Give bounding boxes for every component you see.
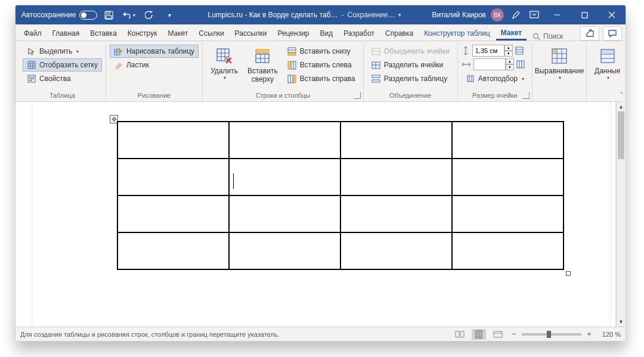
- row-height-input[interactable]: ▴▾: [472, 45, 513, 57]
- print-layout-icon[interactable]: [472, 329, 486, 340]
- zoom-value[interactable]: 120 %: [597, 331, 621, 338]
- tab-review[interactable]: Рецензир: [273, 26, 314, 41]
- redo-icon[interactable]: [140, 6, 158, 24]
- collapse-ribbon-icon[interactable]: ˄: [620, 91, 623, 98]
- properties-icon: [27, 74, 36, 83]
- view-gridlines-button[interactable]: Отобразить сетку: [23, 58, 102, 72]
- grid-icon: [27, 60, 36, 70]
- undo-icon[interactable]: ▾: [120, 6, 138, 24]
- autofit-button[interactable]: Автоподбор▾: [462, 72, 528, 85]
- dialog-launcher-icon[interactable]: [522, 92, 530, 99]
- alignment-icon: [550, 46, 569, 66]
- quick-access-more-icon[interactable]: ▾: [160, 6, 178, 24]
- properties-button[interactable]: Свойства: [23, 72, 102, 85]
- svg-rect-16: [29, 80, 32, 81]
- tab-table-design[interactable]: Конструктор таблиц: [419, 26, 495, 41]
- search-input[interactable]: Поиск: [528, 32, 568, 41]
- insert-right-button[interactable]: Вставить справа: [283, 72, 360, 85]
- tab-insert[interactable]: Вставка: [85, 26, 122, 41]
- group-rows-cols: Удалить ▾ Вставить сверху Вставить снизу…: [203, 44, 364, 101]
- spin-down-icon[interactable]: ▾: [504, 51, 513, 57]
- dialog-launcher-icon[interactable]: [354, 92, 361, 99]
- ribbon-display-icon[interactable]: [525, 6, 543, 24]
- zoom-in-button[interactable]: +: [585, 330, 593, 339]
- svg-rect-15: [29, 78, 34, 79]
- group-label: Объединение: [389, 91, 431, 101]
- svg-rect-72: [494, 331, 502, 337]
- select-button[interactable]: Выделить▾: [23, 45, 102, 58]
- table-resize-handle[interactable]: [566, 271, 571, 276]
- title-bar: Автосохранение ▾ ▾ Lumpics.ru - Как в Во…: [16, 5, 626, 24]
- draw-table-button[interactable]: Нарисовать таблицу: [110, 45, 199, 58]
- split-cells-icon: [371, 60, 381, 70]
- read-mode-icon[interactable]: [453, 329, 467, 340]
- tab-layout[interactable]: Макет: [163, 26, 193, 41]
- tab-design[interactable]: Конструк: [123, 26, 162, 41]
- row-height-icon: [462, 46, 470, 55]
- split-table-button[interactable]: Разделить таблицу: [367, 72, 454, 85]
- data-icon: [598, 46, 617, 66]
- spin-up-icon[interactable]: ▴: [504, 45, 513, 51]
- insert-below-button[interactable]: Вставить снизу: [283, 45, 360, 58]
- eraser-button[interactable]: Ластик: [110, 58, 199, 72]
- tab-mailings[interactable]: Рассылки: [230, 26, 272, 41]
- scroll-up-icon[interactable]: ▲: [617, 102, 626, 111]
- svg-rect-45: [372, 75, 380, 77]
- share-button[interactable]: [580, 26, 599, 41]
- scroll-thumb[interactable]: [618, 111, 624, 159]
- document-area: ✥ ▲ ▼: [16, 102, 626, 327]
- insert-above-button[interactable]: Вставить сверху: [243, 45, 282, 85]
- scroll-down-icon[interactable]: ▼: [617, 317, 626, 327]
- maximize-button[interactable]: [571, 5, 598, 24]
- save-status: Сохранение…: [348, 11, 395, 19]
- tab-developer[interactable]: Разработ: [339, 26, 379, 41]
- user-name[interactable]: Виталий Каиров: [431, 11, 487, 19]
- group-draw: Нарисовать таблицу Ластик Рисование: [106, 44, 203, 101]
- data-button[interactable]: Данные ▾: [590, 45, 624, 82]
- close-button[interactable]: [598, 5, 626, 24]
- zoom-slider[interactable]: [522, 333, 581, 336]
- autosave-toggle[interactable]: Автосохранение: [21, 11, 97, 20]
- cursor-icon: [27, 46, 36, 56]
- zoom-out-button[interactable]: −: [510, 330, 518, 339]
- tab-file[interactable]: Файл: [19, 26, 47, 41]
- alignment-button[interactable]: Выравнивание ▾: [536, 45, 583, 82]
- minimize-button[interactable]: [543, 5, 571, 24]
- split-cells-button[interactable]: Разделить ячейки: [367, 58, 454, 72]
- svg-rect-67: [602, 50, 614, 54]
- toggle-off-icon[interactable]: [79, 11, 97, 20]
- draw-mode-icon[interactable]: [507, 6, 525, 24]
- delete-button[interactable]: Удалить ▾: [206, 45, 242, 82]
- svg-rect-52: [517, 61, 524, 68]
- group-label: Рисование: [138, 91, 171, 101]
- tab-table-layout[interactable]: Макет: [496, 26, 527, 41]
- spin-up-icon[interactable]: ▴: [506, 58, 514, 64]
- tab-help[interactable]: Справка: [380, 26, 418, 41]
- svg-rect-36: [288, 61, 290, 69]
- user-avatar[interactable]: ВК: [491, 8, 504, 21]
- insert-left-button[interactable]: Вставить слева: [283, 58, 360, 72]
- insert-above-icon: [253, 46, 272, 66]
- search-icon: [532, 33, 540, 41]
- col-width-icon: [462, 60, 471, 69]
- group-label: Строки и столбцы: [256, 91, 311, 101]
- comments-button[interactable]: [603, 26, 622, 41]
- col-width-input[interactable]: ▴▾: [473, 58, 514, 70]
- distribute-rows-icon[interactable]: [515, 46, 524, 55]
- tab-home[interactable]: Главная: [48, 26, 85, 41]
- word-table[interactable]: [117, 121, 564, 270]
- tab-references[interactable]: Ссылки: [194, 26, 228, 41]
- eraser-icon: [114, 60, 123, 70]
- delete-table-icon: [215, 46, 234, 66]
- svg-line-7: [538, 38, 540, 40]
- web-layout-icon[interactable]: [491, 329, 505, 340]
- vertical-scrollbar[interactable]: ▲ ▼: [616, 102, 626, 327]
- save-icon[interactable]: [100, 6, 117, 24]
- page[interactable]: ✥: [16, 102, 616, 327]
- svg-rect-55: [467, 76, 473, 82]
- status-bar: Для создания таблицы и рисования строк, …: [16, 327, 626, 341]
- tab-view[interactable]: Вид: [315, 26, 338, 41]
- spin-down-icon[interactable]: ▾: [506, 64, 514, 70]
- distribute-cols-icon[interactable]: [516, 60, 525, 69]
- merge-cells-button[interactable]: Объединить ячейки: [367, 45, 454, 58]
